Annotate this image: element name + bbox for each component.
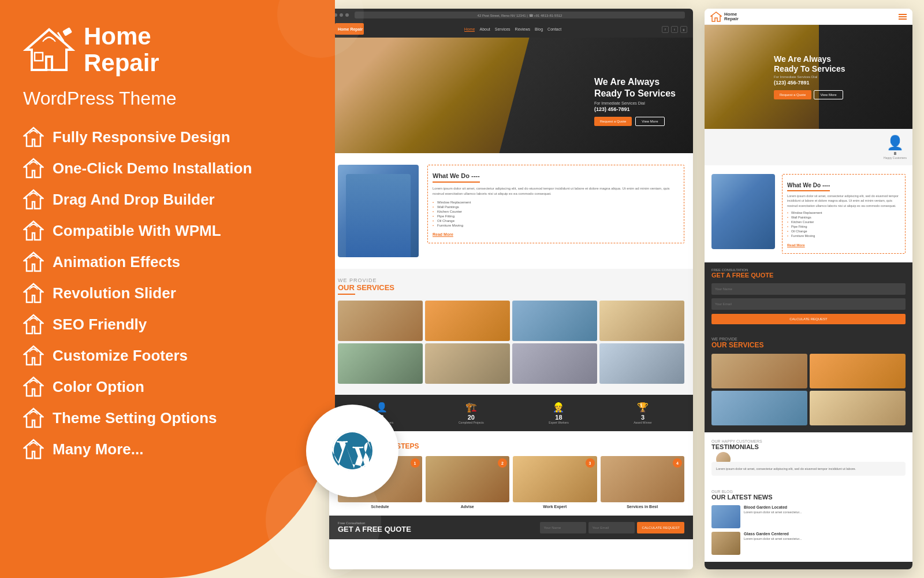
- service-item: Oil Change: [433, 218, 679, 223]
- mobile-service-card: [810, 391, 906, 425]
- stat-label: Completed Projects: [459, 421, 484, 424]
- stat-icon-workers: 👷: [549, 402, 568, 413]
- svg-rect-4: [62, 27, 72, 36]
- step-title-4: Services in Best: [601, 505, 685, 509]
- google-plus-icon[interactable]: g: [680, 26, 687, 33]
- step-title-2: Advise: [426, 505, 510, 509]
- consultation-form: CALCULATE REQUEST: [540, 522, 684, 533]
- footer-contact-col: Contact Info 42 Port Street, Reno, NV 12…: [811, 569, 906, 569]
- mobile-quote-submit[interactable]: CALCULATE REQUEST: [711, 314, 906, 324]
- blog-card-2: Glass Garden Centered Lorem ipsum dolor …: [711, 532, 906, 555]
- request-quote-button[interactable]: Request a Quote: [594, 117, 632, 126]
- hamburger-line: [899, 18, 907, 20]
- stat-icon-awards: 🏆: [634, 402, 651, 413]
- mobile-services-heading: OUR SERVICES: [711, 341, 906, 349]
- stat-number: 20: [459, 414, 484, 421]
- blog-card-image-1: [711, 505, 740, 528]
- svg-rect-2: [35, 53, 43, 61]
- mobile-service-item: Furniture Moving: [787, 234, 900, 238]
- hamburger-icon[interactable]: [899, 14, 907, 20]
- nav-link-home[interactable]: Home: [464, 27, 475, 32]
- stat-label: Expert Workers: [549, 421, 568, 424]
- step-title-3: Work Expert: [513, 505, 597, 509]
- twitter-icon[interactable]: t: [671, 26, 678, 33]
- services-list: Window Replacement Wall Paintings Kitche…: [433, 200, 679, 228]
- blog-post-text-2: Lorem ipsum dolor sit amet consectetur..…: [744, 537, 906, 542]
- mobile-hero: We Are Always Ready To Services For Imme…: [705, 25, 912, 129]
- svg-marker-19: [711, 12, 721, 21]
- mobile-read-more-link[interactable]: Read More: [787, 243, 805, 247]
- blog-card-content-1: Blood Garden Located Lorem ipsum dolor s…: [744, 505, 906, 528]
- feature-icon: [23, 127, 44, 147]
- consultation-email-input[interactable]: [588, 522, 635, 533]
- step-card-2: 2 Advise: [426, 456, 510, 509]
- hero-content: We Are Always Ready To Services For Imme…: [594, 65, 693, 125]
- what-we-do-title: What We Do ----: [433, 172, 480, 183]
- feature-item: Customize Footers: [23, 345, 318, 366]
- service-card: [599, 301, 684, 341]
- mobile-service-card: [711, 391, 807, 425]
- mobile-what-content: What We Do ---- Lorem ipsum dolor sit am…: [782, 174, 906, 254]
- feature-item: Drag And Drop Builder: [23, 189, 318, 210]
- wordpress-logo: [306, 405, 398, 497]
- step-number-3: 3: [586, 458, 595, 468]
- mobile-section-title: What We Do ----: [787, 182, 830, 191]
- feature-item: Animation Effects: [23, 251, 318, 272]
- step-card-3: 3 Work Expert: [513, 456, 597, 509]
- mobile-hero-sub: For Immediate Services Dial: [774, 75, 845, 79]
- view-more-button[interactable]: View More: [635, 117, 664, 126]
- nav-link-reviews[interactable]: Reviews: [515, 27, 530, 32]
- blog-post-title-2: Glass Garden Centered: [744, 532, 906, 536]
- nav-link-services[interactable]: Services: [495, 27, 511, 32]
- service-card: [512, 301, 597, 341]
- nav-social-icons: f t g: [662, 26, 687, 33]
- feature-icon: [23, 251, 44, 272]
- desktop-hero: We Are Always Ready To Services For Imme…: [329, 38, 693, 153]
- brand-tagline: WordPress Theme: [23, 88, 318, 109]
- consultation-submit-button[interactable]: CALCULATE REQUEST: [637, 522, 684, 533]
- blog-cards: Blood Garden Located Lorem ipsum dolor s…: [711, 505, 906, 555]
- what-we-do-section: What We Do ---- Lorem ipsum dolor sit am…: [329, 153, 693, 269]
- mobile-service-card: [711, 354, 807, 388]
- feature-icon: [23, 376, 44, 397]
- nav-link-blog[interactable]: Blog: [535, 27, 543, 32]
- feature-item: Compatible With WPML: [23, 220, 318, 241]
- features-list: Fully Responsive Design One-Click Demo I…: [23, 127, 318, 460]
- feature-icon: [23, 407, 44, 428]
- person-stat: 👤 8 Happy Customers: [884, 135, 907, 160]
- feature-item: One-Click Demo Installation: [23, 158, 318, 179]
- step-image-3: 3: [513, 456, 597, 502]
- stat-number: 3: [634, 414, 651, 421]
- brand-name: Home Repair: [84, 23, 159, 76]
- service-item: Wall Paintings: [433, 205, 679, 209]
- mobile-nav: Home Repair: [705, 9, 912, 25]
- what-we-do-box: What We Do ---- Lorem ipsum dolor sit am…: [427, 165, 684, 243]
- service-item: Furniture Moving: [433, 223, 679, 228]
- mobile-quote-email[interactable]: [711, 298, 906, 310]
- consultation-bar: Free Consultation GET A FREE QUOTE CALCU…: [329, 516, 693, 539]
- testimonial-text: Lorem ipsum dolor sit amet, consectetur …: [716, 466, 901, 471]
- mobile-service-item: Pipe Fitting: [787, 224, 900, 229]
- nav-link-about[interactable]: About: [479, 27, 490, 32]
- mobile-blog-heading: OUR LATEST NEWS: [711, 494, 906, 501]
- mobile-request-quote-button[interactable]: Request a Quote: [774, 90, 811, 99]
- consultation-name-input[interactable]: [540, 522, 586, 533]
- mobile-quote-name[interactable]: [711, 283, 906, 295]
- service-item: Pipe Fitting: [433, 214, 679, 218]
- feature-icon: [23, 158, 44, 179]
- service-card: [338, 301, 423, 341]
- mobile-hero-title: We Are Always Ready To Services: [774, 54, 845, 74]
- mobile-quote-title: GET A FREE QUOTE: [711, 272, 906, 279]
- what-we-do-text: Lorem ipsum dolor sit amet, consectetur …: [433, 186, 679, 197]
- mobile-hero-buttons: Request a Quote View More: [774, 90, 845, 99]
- mobile-view-more-button[interactable]: View More: [814, 90, 843, 99]
- mobile-mockup: Home Repair We Are Always Ready To Servi…: [705, 9, 912, 569]
- mobile-worker-image: [711, 174, 775, 249]
- logo-area: Home Repair: [23, 23, 318, 76]
- read-more-link[interactable]: Read More: [433, 232, 453, 236]
- step-number-2: 2: [498, 458, 507, 468]
- nav-link-contact[interactable]: Contact: [547, 27, 561, 32]
- stat-workers: 👷 18 Expert Workers: [549, 402, 568, 424]
- facebook-icon[interactable]: f: [662, 26, 669, 33]
- nav-links: Home About Services Reviews Blog Contact: [464, 27, 561, 32]
